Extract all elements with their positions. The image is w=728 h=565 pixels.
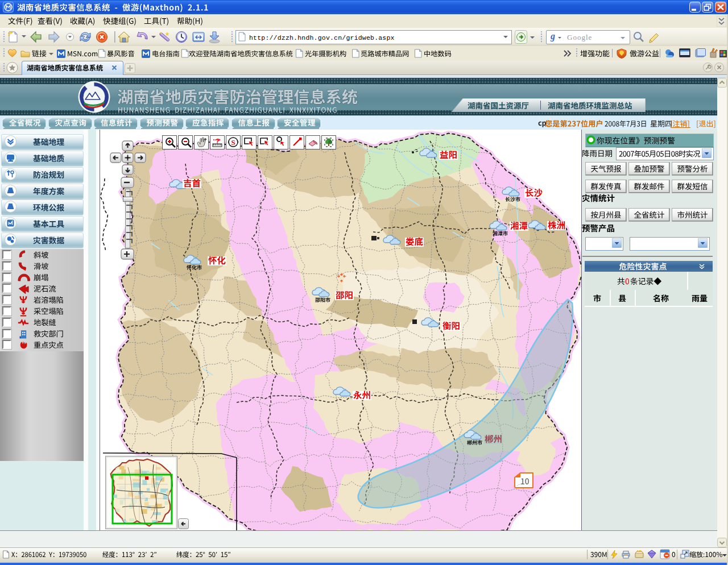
svg-text:S: S [231,138,235,147]
svg-text:?: ? [216,138,220,144]
